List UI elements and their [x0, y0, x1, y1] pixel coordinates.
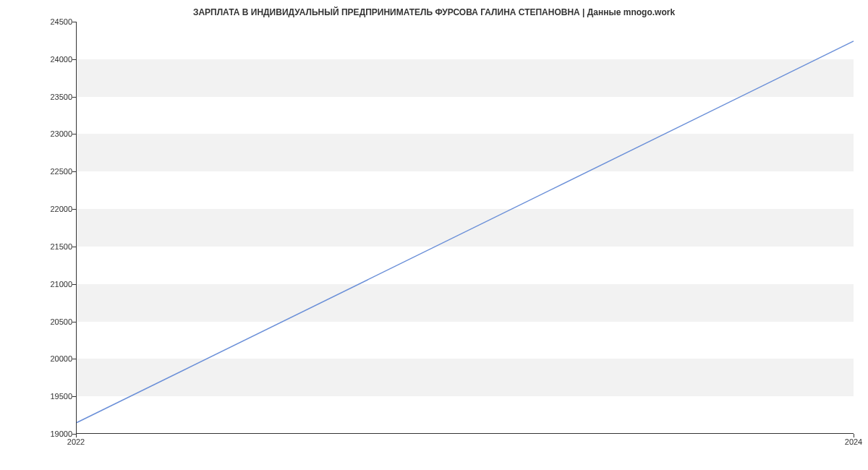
- x-tick-mark: [76, 434, 77, 437]
- y-tick-mark: [72, 22, 76, 22]
- y-tick-label: 23000: [36, 129, 72, 138]
- y-tick-mark: [72, 359, 76, 359]
- y-tick-label: 24000: [36, 55, 72, 64]
- y-tick-label: 21500: [36, 242, 72, 251]
- plot-area: [76, 22, 854, 434]
- y-tick-label: 19500: [36, 392, 72, 401]
- y-tick-label: 20000: [36, 354, 72, 363]
- y-tick-mark: [72, 247, 76, 247]
- y-tick-mark: [72, 97, 76, 98]
- y-tick-label: 23500: [36, 93, 72, 101]
- y-tick-label: 22000: [36, 205, 72, 213]
- y-tick-mark: [72, 396, 76, 397]
- y-tick-mark: [72, 284, 76, 285]
- y-tick-mark: [72, 322, 76, 322]
- chart-container: ЗАРПЛАТА В ИНДИВИДУАЛЬНЫЙ ПРЕДПРИНИМАТЕЛ…: [0, 0, 868, 470]
- y-tick-label: 22500: [36, 167, 72, 176]
- y-tick-label: 21000: [36, 280, 72, 289]
- y-tick-label: 20500: [36, 317, 72, 326]
- y-tick-mark: [72, 59, 76, 60]
- y-tick-mark: [72, 209, 76, 210]
- chart-title: ЗАРПЛАТА В ИНДИВИДУАЛЬНЫЙ ПРЕДПРИНИМАТЕЛ…: [0, 0, 868, 21]
- x-tick-label: 2024: [845, 437, 862, 446]
- x-tick-label: 2022: [67, 437, 85, 446]
- x-tick-mark: [854, 434, 854, 437]
- y-tick-mark: [72, 171, 76, 172]
- chart-line-svg: [77, 22, 854, 433]
- y-tick-label: 24500: [36, 17, 72, 26]
- data-line: [77, 41, 854, 423]
- y-tick-mark: [72, 134, 76, 134]
